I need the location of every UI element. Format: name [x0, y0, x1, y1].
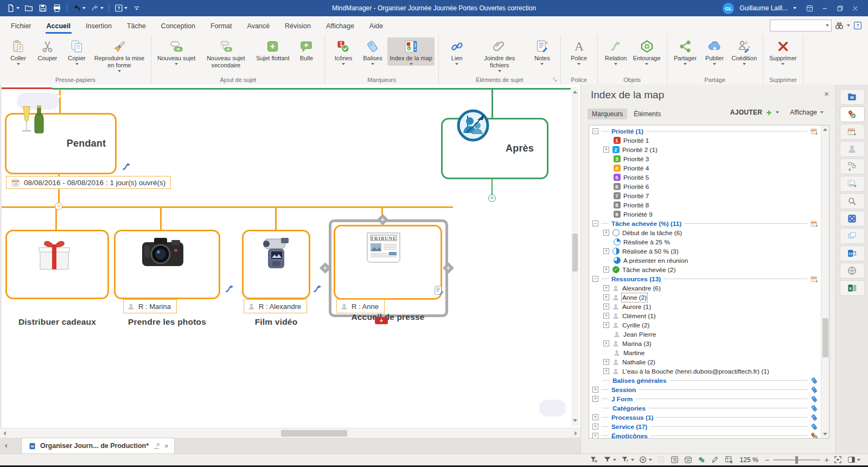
expand-apres-button[interactable]: + — [488, 194, 496, 202]
relationship-icon[interactable] — [225, 283, 237, 295]
ribbon-display-options-button[interactable] — [802, 2, 817, 15]
open-file-button[interactable] — [22, 2, 35, 14]
ribbon-button-reproduire-la-mise-en-forme[interactable]: Reproduire la mise en forme — [92, 37, 147, 73]
customize-quick-access-button[interactable] — [130, 2, 143, 14]
calendar-add-icon[interactable] — [810, 219, 819, 228]
view-caret-icon[interactable] — [820, 111, 824, 113]
rail-search-button[interactable] — [840, 193, 865, 209]
resource-tag-alexandre[interactable]: R : Alexandre — [244, 299, 307, 313]
ribbon-button-notes[interactable]: Notes — [528, 37, 557, 66]
topic-distribuer-cadeaux[interactable]: Distribuer cadeaux — [5, 230, 109, 299]
panel-tab-marqueurs[interactable]: Marqueurs — [588, 109, 627, 119]
expand-icon[interactable]: + — [592, 433, 598, 439]
user-name[interactable]: Guillaume Laill... — [739, 4, 788, 12]
expand-icon[interactable]: + — [603, 368, 609, 374]
resource-tag-anne[interactable]: R : Anne — [336, 299, 385, 313]
expand-icon[interactable]: + — [603, 267, 609, 273]
ribbon-button-nouveau-sujet-secondaire[interactable]: Nouveau sujet secondaire — [198, 37, 253, 70]
search-input[interactable] — [770, 22, 826, 29]
ribbon-button-sujet-flottant[interactable]: Sujet flottant — [254, 37, 291, 62]
expand-icon[interactable]: + — [603, 294, 609, 300]
status-select-mode-button[interactable] — [656, 455, 666, 464]
undo-button[interactable] — [71, 2, 87, 14]
ribbon-tab-fichier[interactable]: Fichier — [3, 18, 39, 34]
scroll-down-icon[interactable] — [573, 419, 577, 424]
scroll-up-icon[interactable] — [573, 89, 577, 93]
resource-tag-marina[interactable]: R : Marina — [123, 299, 177, 313]
status-panel-layout-button[interactable] — [847, 455, 860, 464]
ribbon-button-relation[interactable]: Relation — [602, 37, 630, 66]
marker-group-j-form[interactable]: +J Form — [589, 394, 820, 403]
panel-close-icon[interactable]: × — [824, 89, 829, 98]
scroll-up-icon[interactable] — [823, 128, 827, 131]
rail-excel-button[interactable]: X — [840, 280, 865, 296]
marker-item-priorite-3[interactable]: 3Priorité 3 — [589, 154, 820, 163]
new-document-button[interactable] — [4, 2, 21, 14]
zoom-slider[interactable] — [774, 456, 820, 464]
scroll-left-icon[interactable] — [3, 431, 6, 436]
ribbon-button-nouveau-sujet[interactable]: Nouveau sujet — [155, 37, 197, 66]
ribbon-tab-aide[interactable]: Aide — [362, 18, 391, 34]
tag-redgreen-icon[interactable] — [810, 432, 819, 439]
restore-button[interactable] — [832, 2, 847, 15]
marker-item-cyrille-2[interactable]: +Cyrille (2) — [589, 320, 820, 330]
ribbon-tab-affichage[interactable]: Affichage — [318, 18, 362, 34]
status-schedule-view-button[interactable]: 24 — [684, 455, 693, 464]
marker-item-tache-achevee-2[interactable]: +✓Tâche achevée (2) — [589, 265, 820, 274]
collapse-icon[interactable]: − — [592, 220, 598, 226]
expand-icon[interactable]: + — [603, 147, 609, 153]
rail-web-button[interactable] — [840, 263, 865, 279]
marker-group-tache-achevee-11[interactable]: −Tâche achevée (%) (11) — [589, 219, 820, 228]
marker-item-l-eau-a-la-bouche-henri-dubois-proactiftech-fr-1[interactable]: +L'eau à la Bouche (henri.dubois@proacti… — [589, 367, 820, 376]
ribbon-button-partager[interactable]: Partager — [671, 37, 700, 66]
ribbon-button-joindre-des-fichiers[interactable]: Joindre des fichiers — [472, 37, 527, 73]
status-outline-view-button[interactable] — [670, 455, 679, 464]
topic-pendant[interactable]: Pendant — [5, 113, 117, 174]
marker-item-prioriete-9[interactable]: 9Prioriété 9 — [589, 210, 820, 219]
add-subtopic-button[interactable]: + — [375, 317, 388, 324]
tag-blue-icon[interactable] — [810, 404, 819, 413]
status-power-filter-button[interactable] — [621, 455, 634, 464]
expand-icon[interactable]: + — [592, 414, 598, 420]
ribbon-button-balises[interactable]: Balises — [358, 37, 387, 66]
expand-icon[interactable]: + — [592, 424, 598, 430]
topic-accueil-de-presse[interactable]: TRIBUNE Accueil de presse — [334, 225, 442, 300]
close-button[interactable] — [847, 2, 863, 15]
ribbon-tab-révision[interactable]: Révision — [277, 18, 318, 34]
relationship-icon[interactable] — [312, 283, 324, 295]
zoom-out-button[interactable]: − — [765, 456, 769, 464]
calendar-add-icon[interactable] — [810, 127, 819, 136]
marker-group-service-17[interactable]: +Service (17) — [589, 422, 820, 431]
canvas-vertical-scrollbar[interactable] — [571, 87, 579, 426]
scrollbar-thumb[interactable] — [281, 430, 347, 437]
collapse-icon[interactable]: − — [592, 276, 598, 282]
ribbon-tab-insertion[interactable]: Insertion — [78, 18, 119, 34]
tab-scroll-left-icon[interactable] — [4, 444, 7, 448]
scrollbar-thumb[interactable] — [822, 318, 828, 357]
topic-film-video[interactable]: Film vidéo — [242, 230, 310, 299]
map-canvas[interactable]: − + Pendant 24 08/08/2016 - 08/08/2016 :… — [0, 85, 580, 428]
search-caret-icon[interactable] — [826, 24, 829, 27]
tag-blue-icon[interactable] — [810, 413, 819, 422]
collapse-branch-button[interactable]: − — [55, 203, 62, 210]
user-menu-caret-icon[interactable] — [793, 7, 796, 9]
find-caret-icon[interactable] — [847, 24, 850, 27]
tag-blue-icon[interactable] — [810, 395, 819, 403]
ribbon-button-index-de-la-map[interactable]: Index de la map — [387, 37, 434, 66]
expand-icon[interactable]: + — [603, 313, 609, 319]
canvas-horizontal-scrollbar[interactable] — [0, 428, 580, 438]
status-fit-map-button[interactable] — [833, 455, 843, 464]
expand-icon[interactable]: + — [592, 396, 598, 402]
marker-item-alexandre-6[interactable]: +Alexandre (6) — [589, 283, 820, 293]
expand-icon[interactable]: + — [603, 359, 609, 365]
add-button[interactable]: AJOUTER — [730, 109, 762, 116]
collapse-icon[interactable]: − — [592, 128, 598, 134]
ribbon-tab-avancé[interactable]: Avancé — [240, 18, 277, 34]
task-date-info[interactable]: 24 08/08/2016 - 08/08/2016 : 1 jour(s) o… — [6, 176, 171, 189]
marker-group-emoticones[interactable]: +Émoticônes — [589, 431, 820, 439]
ribbon-tab-format[interactable]: Format — [203, 18, 240, 34]
marker-item-realisee-a-25[interactable]: Réalisée à 25 % — [589, 237, 820, 247]
redo-button[interactable] — [88, 2, 105, 14]
marker-item-priorite-6[interactable]: 6Priorité 6 — [589, 182, 820, 191]
marker-item-aurore-1[interactable]: +Aurore (1) — [589, 302, 820, 311]
